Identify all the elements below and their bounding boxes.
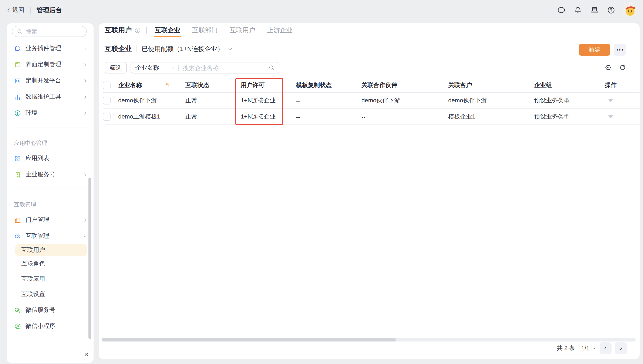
chevron-right-icon [83, 62, 88, 67]
chevron-down-icon [83, 234, 88, 238]
page-title: 互联用户 [105, 26, 132, 34]
top-bar: 返回 管理后台 [0, 0, 643, 20]
column-header: 企业组 [534, 81, 605, 89]
select-all-checkbox[interactable] [103, 81, 111, 89]
sidebar-item-interconnect-apps[interactable]: 互联应用 [7, 272, 94, 287]
chevron-right-icon [83, 94, 88, 99]
sidebar-item-label: 界面定制管理 [26, 61, 83, 68]
search-field-select[interactable]: 企业名称 [135, 64, 159, 72]
create-button[interactable]: 新建 [579, 44, 610, 56]
row-checkbox[interactable] [103, 97, 111, 104]
quota-selector-label[interactable]: 已使用配额（1+N连接企业） [142, 45, 224, 53]
sidebar-item-wechat-miniprogram[interactable]: 微信小程序 [7, 318, 94, 334]
customer-link[interactable]: demo伙伴下游 [448, 97, 534, 104]
partner-cell: -- [361, 113, 448, 120]
table-header: 企业名称 互联状态 用户许可 模板复制状态 关联合作伙伴 关联客户 企业组 操作 [103, 78, 639, 92]
horizontal-scrollbar-thumb[interactable] [102, 338, 396, 342]
sidebar-item-label: 企业服务号 [26, 171, 83, 178]
inbox-doc-icon[interactable] [590, 6, 599, 14]
sidebar-item-label: 环境 [26, 109, 83, 117]
puzzle-icon [14, 45, 21, 52]
back-button[interactable]: 返回 [6, 6, 24, 14]
column-settings-icon[interactable] [605, 64, 611, 71]
tab-upstream-enterprise[interactable]: 上游企业 [266, 23, 293, 37]
tab-interconnect-enterprise[interactable]: 互联企业 [154, 23, 181, 37]
prev-page-button[interactable] [600, 342, 611, 354]
sidebar-item-label: 门户管理 [26, 216, 83, 224]
sidebar-item-label: 互联应用 [14, 275, 88, 283]
sidebar-item-interconnect-settings[interactable]: 互联设置 [7, 287, 94, 302]
chevron-right-icon [83, 78, 88, 83]
customer-link[interactable]: 模板企业1 [448, 113, 534, 120]
chevron-right-icon [83, 218, 88, 222]
column-header: 互联状态 [185, 81, 241, 89]
sidebar-item-label: 互联用户 [21, 246, 87, 254]
chat-icon[interactable] [557, 6, 566, 14]
sidebar-item-label: 定制开发平台 [26, 77, 83, 84]
tab-interconnect-department[interactable]: 互联部门 [191, 23, 219, 37]
sidebar-item-label: 互联设置 [14, 290, 88, 298]
collapse-sidebar-button[interactable]: « [84, 350, 88, 358]
sidebar-item-environment[interactable]: 环境 [7, 105, 94, 121]
sidebar-item-label: 应用列表 [26, 154, 88, 162]
pagination: 共 2 条 1/1 [557, 342, 627, 354]
sidebar-item-label: 业务插件管理 [26, 44, 83, 52]
row-actions-dropdown[interactable] [608, 115, 613, 118]
next-page-button[interactable] [615, 342, 627, 354]
page-help-icon[interactable] [134, 27, 141, 33]
wechat-icon [14, 306, 21, 314]
chevron-down-icon [591, 346, 596, 351]
code-icon [14, 77, 21, 84]
sidebar-item-enterprise-service[interactable]: 企业服务号 [7, 166, 94, 183]
sidebar-divider [13, 127, 88, 128]
refresh-icon[interactable] [619, 64, 626, 71]
sidebar-item-wechat-service[interactable]: 微信服务号 [7, 302, 94, 318]
sidebar-item-interconnect-management[interactable]: 互联管理 [7, 228, 94, 244]
avatar[interactable] [623, 4, 637, 17]
app-title: 管理后台 [37, 6, 62, 14]
tab-bar: 互联企业 互联部门 互联用户 上游企业 [154, 23, 293, 37]
sidebar-item-app-list[interactable]: 应用列表 [7, 150, 94, 166]
grid-icon [14, 155, 21, 162]
partner-link[interactable]: demo伙伴下游 [361, 97, 448, 104]
topbar-divider [30, 7, 31, 14]
tab-interconnect-user[interactable]: 互联用户 [229, 23, 256, 37]
chevron-down-icon[interactable] [228, 46, 233, 52]
group-cell: 预设业务类型 [534, 97, 605, 104]
search-enterprise-input[interactable] [182, 64, 268, 72]
section-divider [136, 46, 137, 52]
sidebar-item-label: 互联管理 [26, 232, 83, 240]
chevron-down-icon[interactable] [170, 66, 175, 70]
sidebar-section-interconnect: 互联管理 [7, 195, 94, 212]
table-row: demo上游模板1 正常 1+N连接企业 -- -- 模板企业1 预设业务类型 [103, 109, 639, 125]
more-actions-button[interactable] [614, 44, 626, 56]
sidebar-item-business-plugins[interactable]: 业务插件管理 [7, 40, 94, 56]
page-selector[interactable]: 1/1 [581, 345, 596, 352]
sidebar-item-custom-dev-platform[interactable]: 定制开发平台 [7, 73, 94, 89]
sidebar-section-app-center: 应用中心管理 [7, 133, 94, 150]
section-title: 互联企业 [105, 44, 132, 53]
help-icon[interactable] [607, 6, 615, 14]
miniprogram-icon [14, 322, 21, 330]
sidebar-search[interactable] [12, 26, 87, 37]
sidebar-item-ui-customization[interactable]: 界面定制管理 [7, 56, 94, 73]
sidebar-divider [13, 188, 88, 189]
search-icon[interactable] [268, 64, 275, 71]
chevron-right-icon [83, 46, 88, 51]
bell-icon[interactable] [574, 6, 582, 14]
enterprise-name-link[interactable]: demo上游模板1 [118, 113, 185, 120]
row-actions-dropdown[interactable] [608, 99, 613, 102]
sidebar-item-interconnect-roles[interactable]: 互联角色 [7, 256, 94, 272]
column-header: 关联合作伙伴 [361, 81, 448, 89]
building-icon [14, 216, 21, 224]
row-checkbox[interactable] [103, 113, 111, 120]
sidebar-search-input[interactable] [25, 28, 74, 35]
sidebar-scrollbar[interactable] [88, 178, 91, 339]
enterprise-name-link[interactable]: demo伙伴下游 [118, 97, 185, 104]
sidebar-item-portal-management[interactable]: 门户管理 [7, 212, 94, 228]
sidebar-item-data-maintenance[interactable]: 数据维护工具 [7, 89, 94, 105]
filter-button[interactable]: 筛选 [105, 62, 127, 74]
sidebar-item-interconnect-users[interactable]: 互联用户 [15, 244, 87, 256]
horizontal-scrollbar-track[interactable] [102, 338, 636, 342]
sidebar-item-label: 互联角色 [14, 260, 88, 268]
